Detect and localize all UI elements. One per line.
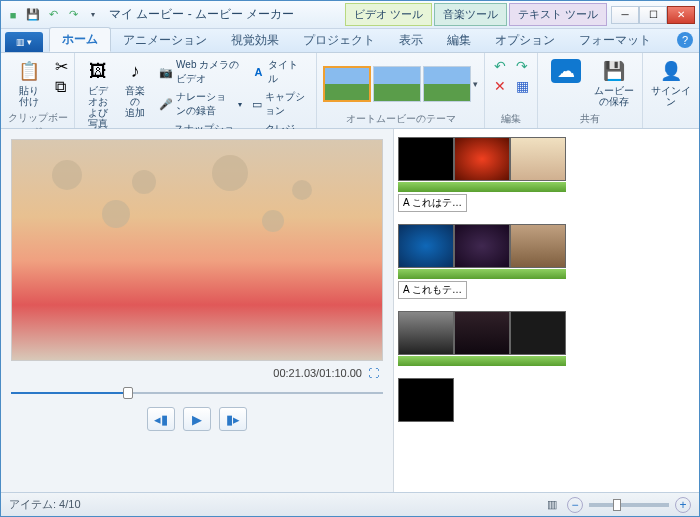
- group-clipboard: 📋 貼り 付け ✂ ⧉ クリップボード: [1, 53, 75, 128]
- save-movie-button[interactable]: 💾 ムービー の保存: [592, 57, 636, 109]
- clip-thumbnail[interactable]: [454, 311, 510, 355]
- clip-thumbnail[interactable]: [510, 311, 566, 355]
- music-icon: ♪: [123, 59, 147, 83]
- clip-thumbnail[interactable]: [454, 224, 510, 268]
- contextual-tool-tabs: ビデオ ツール 音楽ツール テキスト ツール: [345, 3, 607, 26]
- save-icon[interactable]: 💾: [25, 7, 41, 23]
- next-frame-button[interactable]: ▮▸: [219, 407, 247, 431]
- audio-track[interactable]: [398, 182, 566, 192]
- quick-access-toolbar: ■ 💾 ↶ ↷ ▾: [5, 7, 101, 23]
- clip-thumbnail[interactable]: [454, 137, 510, 181]
- clip-thumbnail[interactable]: [398, 378, 454, 422]
- audio-track[interactable]: [398, 356, 566, 366]
- undo-icon[interactable]: ↶: [45, 7, 61, 23]
- clip-thumbnail[interactable]: [398, 311, 454, 355]
- window-title: マイ ムービー - ムービー メーカー: [109, 6, 294, 23]
- timeline-row[interactable]: [398, 311, 695, 366]
- clip-thumbnail[interactable]: [398, 224, 454, 268]
- timeline-row[interactable]: A これはテ…: [398, 137, 695, 212]
- tab-format[interactable]: フォーマット: [567, 29, 663, 52]
- timecode-text: 00:21.03/01:10.00: [273, 367, 362, 379]
- clip-thumbnail[interactable]: [510, 137, 566, 181]
- add-media-icon: 🖼: [86, 59, 110, 83]
- group-edit: ↶ ↷ ✕ ▦ 編集: [485, 53, 538, 128]
- timeline-row[interactable]: [398, 378, 695, 422]
- delete-icon[interactable]: ✕: [491, 77, 509, 95]
- tool-tab-audio[interactable]: 音楽ツール: [434, 3, 507, 26]
- statusbar: アイテム: 4/10 ▥ − +: [1, 492, 699, 516]
- timeline-pane[interactable]: A これはテ… A これもテ…: [393, 129, 699, 492]
- narration-button[interactable]: 🎤ナレーションの録音▾: [156, 89, 245, 119]
- maximize-button[interactable]: ☐: [639, 6, 667, 24]
- close-button[interactable]: ✕: [667, 6, 695, 24]
- zoom-out-button[interactable]: −: [567, 497, 583, 513]
- clip-thumbnail[interactable]: [398, 137, 454, 181]
- add-music-button[interactable]: ♪ 音楽の 追加: [119, 57, 153, 120]
- playback-slider[interactable]: [11, 389, 383, 397]
- cloud-icon: ☁: [551, 59, 581, 83]
- group-add: 🖼 ビデオおよび 写真の追加 ♪ 音楽の 追加 📷Web カメラのビデオ 🎤ナレ…: [75, 53, 317, 128]
- cut-icon[interactable]: ✂: [55, 57, 68, 76]
- webcam-button[interactable]: 📷Web カメラのビデオ: [156, 57, 245, 87]
- audio-track[interactable]: [398, 269, 566, 279]
- window-buttons: ─ ☐ ✕: [611, 6, 695, 24]
- preview-pane: 00:21.03/01:10.00 ⛶ ◂▮ ▶ ▮▸: [1, 129, 393, 492]
- group-share: ☁ 💾 ムービー の保存 共有: [538, 53, 643, 128]
- play-controls: ◂▮ ▶ ▮▸: [11, 407, 383, 431]
- paste-button[interactable]: 📋 貼り 付け: [7, 57, 51, 109]
- caption-track[interactable]: A これもテ…: [398, 281, 467, 299]
- tab-option[interactable]: オプション: [483, 29, 567, 52]
- theme-thumbnail[interactable]: [373, 66, 421, 102]
- mic-icon: 🎤: [159, 97, 173, 111]
- app-icon: ■: [5, 7, 21, 23]
- minimize-button[interactable]: ─: [611, 6, 639, 24]
- tab-view[interactable]: 表示: [387, 29, 435, 52]
- slider-thumb[interactable]: [123, 387, 133, 399]
- clip-thumbnail[interactable]: [510, 224, 566, 268]
- fullscreen-icon[interactable]: ⛶: [368, 367, 379, 379]
- view-mode-icon[interactable]: ▥: [547, 498, 557, 511]
- workspace: 00:21.03/01:10.00 ⛶ ◂▮ ▶ ▮▸ A これはテ…: [1, 129, 699, 492]
- paste-icon: 📋: [17, 59, 41, 83]
- caption-button[interactable]: ▭キャプション: [249, 89, 310, 119]
- user-icon: 👤: [659, 59, 683, 83]
- app-window: ■ 💾 ↶ ↷ ▾ マイ ムービー - ムービー メーカー ビデオ ツール 音楽…: [0, 0, 700, 517]
- file-menu-button[interactable]: ▥ ▾: [5, 32, 43, 52]
- preview-video[interactable]: [11, 139, 383, 361]
- zoom-slider[interactable]: [589, 503, 669, 507]
- qat-dropdown-icon[interactable]: ▾: [85, 7, 101, 23]
- tab-edit[interactable]: 編集: [435, 29, 483, 52]
- theme-thumbnail[interactable]: [323, 66, 371, 102]
- tab-visual-effects[interactable]: 視覚効果: [219, 29, 291, 52]
- theme-thumbnail[interactable]: [423, 66, 471, 102]
- ribbon: 📋 貼り 付け ✂ ⧉ クリップボード 🖼 ビデオおよび 写真の追加 ♪ 音楽の…: [1, 53, 699, 129]
- title-button[interactable]: Aタイトル: [249, 57, 310, 87]
- zoom-control: − +: [567, 497, 691, 513]
- zoom-thumb[interactable]: [613, 499, 621, 511]
- group-signin: 👤 サインイン: [643, 53, 699, 128]
- themes-more-icon[interactable]: ▾: [473, 79, 478, 89]
- prev-frame-button[interactable]: ◂▮: [147, 407, 175, 431]
- timeline-row[interactable]: A これもテ…: [398, 224, 695, 299]
- tool-tab-text[interactable]: テキスト ツール: [509, 3, 607, 26]
- copy-icon[interactable]: ⧉: [55, 78, 68, 96]
- group-themes: ▾ オートムービーのテーマ: [317, 53, 485, 128]
- rotate-right-icon[interactable]: ↷: [513, 57, 531, 75]
- tab-animation[interactable]: アニメーション: [111, 29, 219, 52]
- onedrive-button[interactable]: ☁: [544, 57, 588, 85]
- timecode-row: 00:21.03/01:10.00 ⛶: [11, 361, 383, 385]
- help-icon[interactable]: ?: [677, 32, 693, 48]
- play-button[interactable]: ▶: [183, 407, 211, 431]
- tab-project[interactable]: プロジェクト: [291, 29, 387, 52]
- caption-track[interactable]: A これはテ…: [398, 194, 467, 212]
- select-all-icon[interactable]: ▦: [513, 77, 531, 95]
- tab-home[interactable]: ホーム: [49, 27, 111, 52]
- redo-icon[interactable]: ↷: [65, 7, 81, 23]
- rotate-left-icon[interactable]: ↶: [491, 57, 509, 75]
- tool-tab-video[interactable]: ビデオ ツール: [345, 3, 432, 26]
- caption-icon: ▭: [252, 97, 262, 111]
- titlebar: ■ 💾 ↶ ↷ ▾ マイ ムービー - ムービー メーカー ビデオ ツール 音楽…: [1, 1, 699, 29]
- signin-button[interactable]: 👤 サインイン: [649, 57, 693, 109]
- title-icon: A: [252, 65, 266, 79]
- zoom-in-button[interactable]: +: [675, 497, 691, 513]
